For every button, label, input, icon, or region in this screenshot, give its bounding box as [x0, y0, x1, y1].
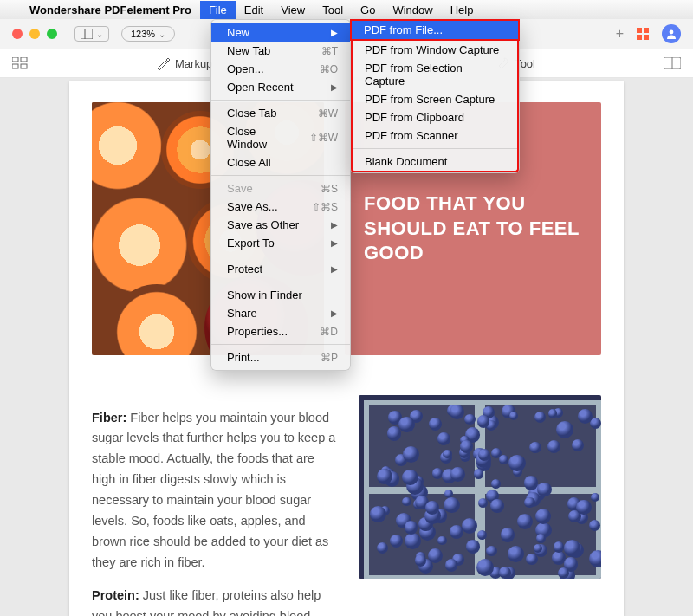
submenu-arrow-icon: ▶ [331, 308, 338, 318]
menu-go[interactable]: Go [352, 1, 384, 19]
new-pdf-from-selection[interactable]: PDF from Selection Capture [353, 59, 517, 90]
markup-label: Markup [175, 57, 212, 70]
file-close-window[interactable]: Close Window⇧⌘W [211, 122, 350, 153]
menu-window[interactable]: Window [384, 1, 441, 19]
file-export-to[interactable]: Export To▶ [211, 234, 350, 252]
svg-rect-9 [12, 64, 18, 68]
file-show-in-finder[interactable]: Show in Finder [211, 286, 350, 304]
new-submenu-dropdown: PDF from File... PDF from Window Capture… [350, 19, 520, 173]
markup-icon [156, 56, 170, 70]
home-grid-icon[interactable] [636, 27, 650, 41]
thumbnails-icon[interactable] [12, 57, 28, 69]
file-share[interactable]: Share▶ [211, 304, 350, 322]
protein-heading: Protein: [92, 588, 139, 602]
submenu-arrow-icon: ▶ [331, 220, 338, 230]
app-name[interactable]: Wondershare PDFelement Pro [21, 3, 200, 16]
new-pdf-from-clipboard[interactable]: PDF from Clipboard [353, 108, 517, 126]
menu-view[interactable]: View [272, 1, 314, 19]
user-avatar-button[interactable] [662, 24, 681, 43]
new-tab-button[interactable]: + [616, 26, 624, 42]
file-protect[interactable]: Protect▶ [211, 260, 350, 278]
submenu-arrow-icon: ▶ [331, 82, 338, 92]
sidebar-toggle-button[interactable]: ⌄ [74, 26, 109, 42]
svg-rect-5 [644, 35, 649, 40]
file-open[interactable]: Open...⌘O [211, 60, 350, 78]
file-open-recent[interactable]: Open Recent▶ [211, 78, 350, 96]
markup-button[interactable]: Markup [156, 56, 212, 70]
menu-file[interactable]: File [200, 1, 236, 19]
menubar: Wondershare PDFelement Pro File Edit Vie… [0, 0, 693, 19]
hero-title: FOOD THAT YOU SHOULD EAT TO FEEL GOOD [364, 191, 582, 266]
chevron-down-icon: ⌄ [159, 29, 165, 39]
svg-rect-8 [21, 57, 27, 62]
svg-rect-7 [12, 57, 18, 62]
body-text: Fiber: Fiber helps you maintain your blo… [92, 395, 338, 616]
submenu-arrow-icon: ▶ [331, 264, 338, 274]
new-blank-document[interactable]: Blank Document [353, 152, 517, 171]
fiber-body: Fiber helps you maintain your blood suga… [92, 411, 335, 569]
window-traffic-lights [12, 29, 57, 39]
body-image-blueberries [359, 395, 601, 579]
svg-rect-2 [637, 28, 642, 33]
menu-tool[interactable]: Tool [314, 1, 352, 19]
file-save: Save⌘S [211, 179, 350, 198]
new-pdf-from-file[interactable]: PDF from File... [350, 19, 520, 41]
svg-rect-3 [644, 28, 649, 33]
file-new[interactable]: New▶ [211, 23, 350, 42]
chevron-down-icon: ⌄ [96, 29, 103, 39]
minimize-icon[interactable] [29, 29, 40, 39]
fiber-heading: Fiber: [92, 411, 126, 425]
menu-edit[interactable]: Edit [236, 1, 272, 19]
menu-help[interactable]: Help [442, 1, 483, 19]
file-properties[interactable]: Properties...⌘D [211, 322, 350, 340]
file-print[interactable]: Print...⌘P [211, 348, 350, 366]
file-close-all[interactable]: Close All [211, 153, 350, 172]
svg-rect-0 [81, 29, 93, 39]
reader-view-icon[interactable] [664, 57, 681, 69]
submenu-arrow-icon: ▶ [331, 238, 338, 248]
file-menu-dropdown: New▶ New Tab⌘T Open...⌘O Open Recent▶ Cl… [210, 19, 351, 371]
close-icon[interactable] [12, 29, 23, 39]
svg-point-6 [670, 30, 674, 35]
new-pdf-from-window[interactable]: PDF from Window Capture [353, 41, 517, 59]
file-new-tab[interactable]: New Tab⌘T [211, 42, 350, 60]
new-pdf-from-screen[interactable]: PDF from Screen Capture [353, 90, 517, 108]
new-pdf-from-scanner[interactable]: PDF from Scanner [353, 126, 517, 145]
zoom-icon[interactable] [47, 29, 57, 39]
zoom-value: 123% [131, 29, 155, 39]
file-save-as-other[interactable]: Save as Other▶ [211, 216, 350, 234]
file-close-tab[interactable]: Close Tab⌘W [211, 104, 350, 122]
svg-rect-10 [21, 64, 27, 68]
submenu-arrow-icon: ▶ [331, 28, 338, 37]
file-save-as[interactable]: Save As...⇧⌘S [211, 198, 350, 216]
zoom-select[interactable]: 123% ⌄ [121, 26, 175, 42]
svg-rect-4 [637, 35, 642, 40]
